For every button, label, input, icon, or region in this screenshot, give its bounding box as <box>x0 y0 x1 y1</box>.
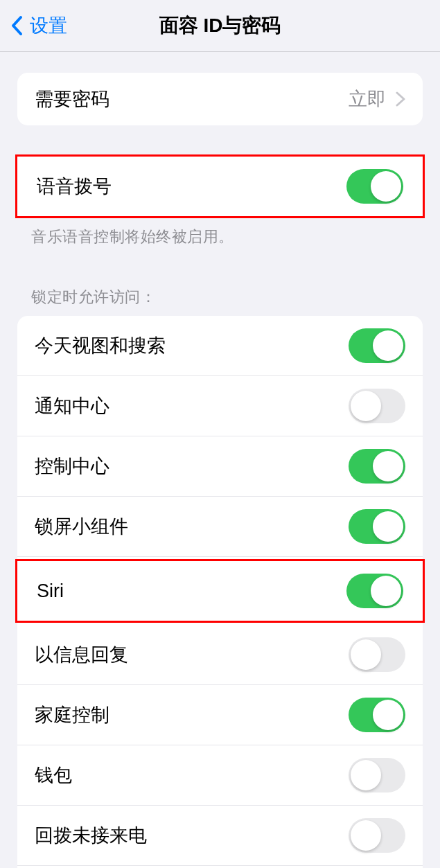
lock-access-row: 家庭控制 <box>17 685 423 745</box>
lock-access-label: 今天视图和搜索 <box>35 333 166 358</box>
lock-access-row: 以信息回复 <box>17 625 423 685</box>
lock-access-label: 以信息回复 <box>35 642 128 667</box>
back-button[interactable]: 设置 <box>0 13 67 38</box>
lock-access-row: 回拨未接来电 <box>17 806 423 866</box>
require-passcode-row[interactable]: 需要密码 立即 <box>17 73 423 125</box>
lock-access-toggle[interactable] <box>349 698 405 732</box>
chevron-left-icon <box>10 15 23 36</box>
lock-access-row: 锁屏小组件 <box>17 497 423 557</box>
lock-access-toggle[interactable] <box>349 449 405 484</box>
lock-access-toggle[interactable] <box>349 509 405 544</box>
lock-access-toggle[interactable] <box>349 758 405 792</box>
navigation-header: 设置 面容 ID与密码 <box>0 0 440 52</box>
lock-access-toggle[interactable] <box>349 818 405 853</box>
lock-access-label: 家庭控制 <box>35 702 109 727</box>
passcode-group: 需要密码 立即 <box>17 73 423 125</box>
lock-access-header: 锁定时允许访问： <box>0 256 440 316</box>
lock-access-label: 钱包 <box>35 763 72 788</box>
lock-access-label: Siri <box>37 581 64 602</box>
voice-dial-toggle[interactable] <box>346 169 403 204</box>
lock-access-toggle[interactable] <box>346 574 403 608</box>
voice-dial-row: 语音拨号 <box>17 157 423 216</box>
lock-access-row: 今天视图和搜索 <box>17 316 423 376</box>
lock-access-toggle[interactable] <box>349 637 405 672</box>
lock-access-label: 控制中心 <box>35 454 109 479</box>
lock-access-row: 钱包 <box>17 745 423 806</box>
lock-access-toggle[interactable] <box>349 328 405 363</box>
chevron-right-icon <box>396 91 405 107</box>
lock-access-toggle[interactable] <box>349 389 405 423</box>
lock-access-label: 通知中心 <box>35 393 109 418</box>
lock-access-row: 控制中心 <box>17 436 423 497</box>
lock-access-row: Siri <box>19 561 421 621</box>
voice-dial-label: 语音拨号 <box>37 174 112 199</box>
voice-dial-highlight: 语音拨号 <box>15 154 425 218</box>
back-label: 设置 <box>30 13 67 38</box>
lock-access-group: 今天视图和搜索通知中心控制中心锁屏小组件Siri以信息回复家庭控制钱包回拨未接来… <box>17 316 423 868</box>
siri-highlight: Siri <box>15 559 425 623</box>
page-title: 面容 ID与密码 <box>159 12 281 39</box>
lock-access-label: 锁屏小组件 <box>35 514 128 539</box>
require-passcode-value: 立即 <box>349 87 405 112</box>
voice-dial-footer: 音乐语音控制将始终被启用。 <box>0 218 440 256</box>
lock-access-row: 通知中心 <box>17 376 423 436</box>
require-passcode-label: 需要密码 <box>35 87 109 112</box>
lock-access-label: 回拨未接来电 <box>35 823 147 848</box>
